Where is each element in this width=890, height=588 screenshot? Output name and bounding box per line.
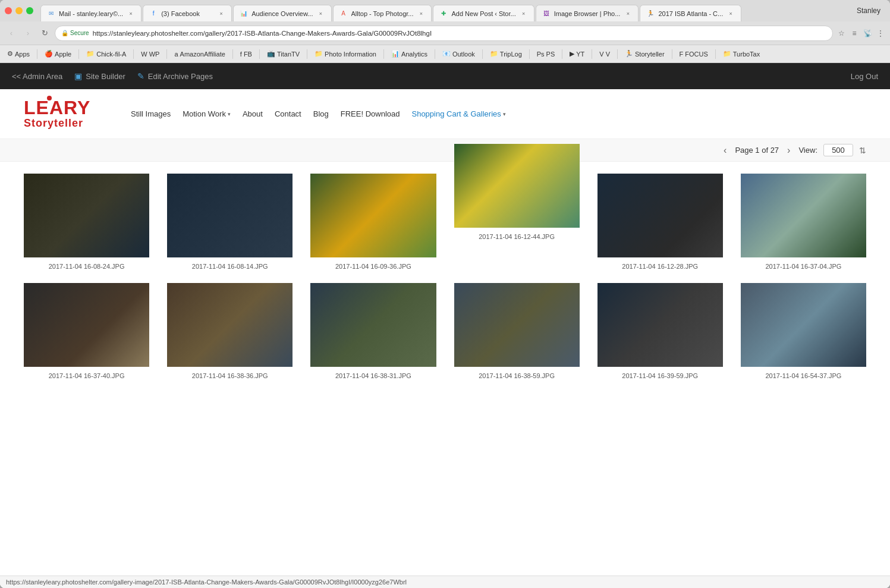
site-builder-button[interactable]: ▣ Site Builder bbox=[74, 71, 125, 81]
gallery-item-img4[interactable]: 2017-11-04 16-12-44.JPG bbox=[454, 144, 580, 271]
bookmark-yt[interactable]: ▶YT bbox=[567, 49, 587, 59]
gallery-item-img3[interactable]: 2017-11-04 16-09-36.JPG bbox=[310, 174, 436, 271]
bookmark-separator bbox=[307, 49, 307, 59]
tab-tab5[interactable]: ✚ Add New Post ‹ Stor... × bbox=[433, 5, 534, 21]
bookmark-apple[interactable]: 🍎Apple bbox=[42, 49, 74, 59]
bookmark-storyteller[interactable]: 🏃Storyteller bbox=[622, 49, 667, 59]
thumb-placeholder bbox=[454, 144, 580, 228]
bookmark-chick[interactable]: 📁Chick-fil-A bbox=[84, 49, 128, 59]
gallery-thumb bbox=[24, 283, 149, 367]
bookmark-photinfo[interactable]: 📁Photo Information bbox=[312, 49, 379, 59]
nav-label: Contact bbox=[275, 109, 301, 118]
bookmark-triplog[interactable]: 📁TripLog bbox=[488, 49, 524, 59]
bookmark-separator bbox=[435, 49, 435, 59]
thumb-placeholder bbox=[741, 174, 866, 257]
tab-close-button[interactable]: × bbox=[417, 10, 425, 18]
bookmark-titantv[interactable]: 📺TitanTV bbox=[265, 49, 302, 59]
tab-tab3[interactable]: 📊 Audience Overview... × bbox=[233, 5, 331, 21]
sort-icon[interactable]: ⇅ bbox=[859, 146, 866, 155]
tab-tab4[interactable]: A Alltop - Top Photogr... × bbox=[333, 5, 432, 21]
gallery-filename: 2017-11-04 16-12-28.JPG bbox=[622, 262, 698, 271]
thumb-placeholder bbox=[597, 283, 723, 367]
tab-label: Mail - stanley.leary©... bbox=[59, 10, 123, 17]
bookmark-label: V bbox=[606, 51, 610, 58]
gallery-thumb bbox=[167, 283, 293, 367]
minimize-button[interactable] bbox=[15, 7, 23, 14]
thumb-placeholder bbox=[167, 283, 293, 367]
bookmark-icon: a bbox=[174, 51, 178, 58]
close-button[interactable] bbox=[5, 7, 12, 14]
maximize-button[interactable] bbox=[26, 7, 33, 14]
bookmark-fb[interactable]: fFB bbox=[238, 49, 254, 59]
forward-button[interactable]: › bbox=[21, 27, 34, 40]
tab-tab1[interactable]: ✉ Mail - stanley.leary©... × bbox=[40, 5, 141, 21]
tab-favicon: A bbox=[339, 10, 348, 18]
bookmark-focus[interactable]: FFOCUS bbox=[677, 49, 710, 59]
view-count-input[interactable]: 500 bbox=[823, 144, 853, 156]
gallery-filename: 2017-11-04 16-54-37.JPG bbox=[766, 372, 842, 381]
tab-close-button[interactable]: × bbox=[317, 10, 325, 18]
tab-tab7[interactable]: 🏃 2017 ISB Atlanta - C... × bbox=[640, 5, 741, 21]
nav-item-about[interactable]: About bbox=[243, 109, 263, 118]
gallery-item-img9[interactable]: 2017-11-04 16-38-31.JPG bbox=[310, 283, 436, 381]
tab-close-button[interactable]: × bbox=[727, 10, 735, 18]
gallery-thumb bbox=[454, 144, 580, 228]
admin-area-button[interactable]: << Admin Area bbox=[12, 72, 62, 81]
gallery-item-img11[interactable]: 2017-11-04 16-39-59.JPG bbox=[597, 283, 723, 381]
reader-icon[interactable]: ≡ bbox=[850, 29, 859, 38]
tab-favicon: 📊 bbox=[240, 10, 248, 18]
bookmark-icon: 🍎 bbox=[45, 50, 53, 58]
nav-item-shopping-cart[interactable]: Shopping Cart & Galleries▾ bbox=[411, 109, 505, 118]
bookmark-ps[interactable]: PsPS bbox=[534, 49, 558, 59]
bookmark-icon: ⚙ bbox=[7, 50, 13, 58]
gallery-item-img2[interactable]: 2017-11-04 16-08-14.JPG bbox=[167, 174, 293, 271]
gallery-filename: 2017-11-04 16-08-24.JPG bbox=[49, 262, 125, 271]
nav-item-blog[interactable]: Blog bbox=[313, 109, 329, 118]
back-button[interactable]: ‹ bbox=[5, 27, 18, 40]
nav-item-still-images[interactable]: Still Images bbox=[131, 109, 171, 118]
url-bar[interactable]: 🔒 Secure https://stanleyleary.photoshelt… bbox=[55, 26, 833, 41]
edit-archive-button[interactable]: ✎ Edit Archive Pages bbox=[137, 71, 213, 81]
bookmark-separator bbox=[166, 49, 167, 59]
bookmark-analytics[interactable]: 📊Analytics bbox=[389, 49, 430, 59]
bookmark-amazon[interactable]: aAmazonAffiliate bbox=[172, 49, 227, 59]
gallery-grid: 2017-11-04 16-08-24.JPG 2017-11-04 16-08… bbox=[24, 174, 866, 381]
gallery-thumb bbox=[167, 174, 293, 257]
refresh-button[interactable]: ↻ bbox=[38, 27, 51, 40]
bookmark-apps[interactable]: ⚙Apps bbox=[5, 49, 32, 59]
bookmark-turbotax[interactable]: 📁TurboTax bbox=[721, 49, 762, 59]
bookmark-star-icon[interactable]: ☆ bbox=[836, 29, 846, 38]
nav-dropdown-icon: ▾ bbox=[228, 111, 231, 117]
gallery-item-img8[interactable]: 2017-11-04 16-38-36.JPG bbox=[167, 283, 293, 381]
gallery-item-img5[interactable]: 2017-11-04 16-12-28.JPG bbox=[597, 174, 723, 271]
cast-icon[interactable]: 📡 bbox=[863, 29, 872, 38]
bookmark-wp[interactable]: WWP bbox=[139, 49, 162, 59]
more-icon[interactable]: ⋮ bbox=[876, 29, 885, 38]
gallery-item-img10[interactable]: 2017-11-04 16-38-59.JPG bbox=[454, 283, 580, 381]
bookmark-icon: 📁 bbox=[86, 50, 95, 58]
tab-tab2[interactable]: f (3) Facebook × bbox=[143, 5, 232, 21]
nav-item-contact[interactable]: Contact bbox=[275, 109, 301, 118]
tab-close-button[interactable]: × bbox=[624, 10, 632, 18]
tab-close-button[interactable]: × bbox=[127, 10, 135, 18]
url-bar-row: ‹ › ↻ 🔒 Secure https://stanleyleary.phot… bbox=[0, 21, 890, 45]
nav-item-free-download[interactable]: FREE! Download bbox=[341, 109, 400, 118]
gallery-item-img12[interactable]: 2017-11-04 16-54-37.JPG bbox=[741, 283, 866, 381]
bookmark-v[interactable]: VV bbox=[597, 49, 612, 59]
bookmark-outlook[interactable]: 📧Outlook bbox=[440, 49, 477, 59]
nav-item-motion-work[interactable]: Motion Work▾ bbox=[183, 109, 231, 118]
bookmark-icon: V bbox=[599, 51, 603, 58]
logout-button[interactable]: Log Out bbox=[851, 72, 878, 81]
gallery-item-img7[interactable]: 2017-11-04 16-37-40.JPG bbox=[24, 283, 149, 381]
gallery-item-img6[interactable]: 2017-11-04 16-37-04.JPG bbox=[741, 174, 866, 271]
next-page-button[interactable]: › bbox=[785, 145, 792, 156]
tab-tab6[interactable]: 🖼 Image Browser | Pho... × bbox=[536, 5, 639, 21]
gallery-thumb bbox=[597, 283, 723, 367]
tab-close-button[interactable]: × bbox=[520, 10, 528, 18]
gallery-item-img1[interactable]: 2017-11-04 16-08-24.JPG bbox=[24, 174, 149, 271]
tab-close-button[interactable]: × bbox=[217, 10, 225, 18]
bookmark-label: Storyteller bbox=[635, 51, 665, 58]
bookmark-icon: 📁 bbox=[315, 50, 323, 58]
prev-page-button[interactable]: ‹ bbox=[721, 145, 729, 156]
bookmark-label: Photo Information bbox=[325, 51, 376, 58]
